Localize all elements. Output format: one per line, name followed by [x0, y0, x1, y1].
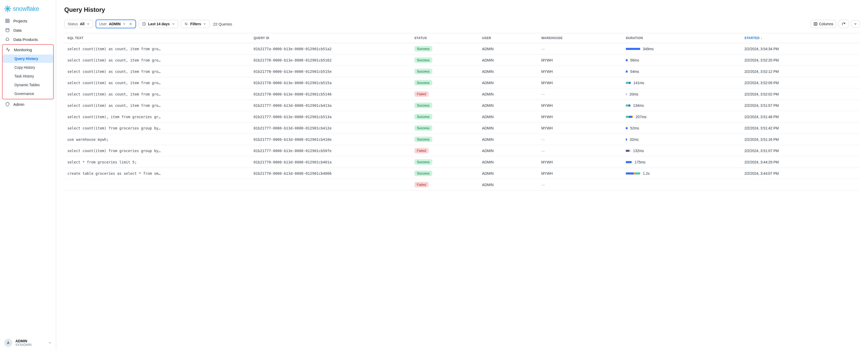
svg-point-13 — [185, 23, 186, 24]
sidebar-item-governance[interactable]: Governance — [3, 90, 53, 98]
cell-queryid: 01b21778-0000-b13e-0000-012901cb515e — [250, 66, 411, 77]
sidebar-item-data-products[interactable]: Data Products — [2, 35, 54, 44]
user-footer[interactable]: A ADMIN SYSADMIN — [0, 336, 56, 350]
cell-sql: select count(item) as count, item from g… — [64, 100, 250, 111]
cell-started: 2/2/2024, 3:52:09 PM — [741, 77, 860, 89]
svg-rect-5 — [8, 19, 9, 20]
cell-user: ADMIN — [479, 179, 538, 191]
duration-text: 132ms — [633, 149, 644, 153]
status-badge: Success — [414, 69, 432, 74]
table-row[interactable]: select count(item) as count, item from g… — [64, 55, 860, 66]
cell-duration: 56ms — [623, 55, 741, 66]
cell-warehouse: MYWH — [538, 168, 623, 179]
cell-user: ADMIN — [479, 43, 538, 55]
table-row[interactable]: use warehouse mywh;01b21777-0000-b13d-00… — [64, 134, 860, 145]
filter-value: Last 14 days — [148, 22, 170, 26]
cell-duration: 349ms — [623, 43, 741, 55]
sidebar-item-label: Data Products — [13, 37, 38, 42]
sidebar-item-admin[interactable]: Admin — [2, 100, 54, 109]
chevron-down-icon — [123, 22, 126, 26]
cell-started: 2/2/2024, 3:52:12 PM — [741, 66, 860, 77]
cell-sql: select count(item) as count, item from g… — [64, 43, 250, 55]
table-row[interactable]: create table groceries as select * from … — [64, 168, 860, 179]
columns-icon — [813, 22, 817, 26]
table-row[interactable]: select count(item) from groceries group … — [64, 122, 860, 134]
duration-text: 32ms — [630, 138, 639, 142]
cell-queryid: 01b21778-0000-b13e-0000-012901cb5162 — [250, 55, 411, 66]
columns-button[interactable]: Columns — [811, 20, 836, 28]
cell-duration: 141ms — [623, 77, 741, 89]
table-row[interactable]: select * from groceries limit 5;01b21770… — [64, 156, 860, 168]
col-queryid[interactable]: QUERY ID — [250, 33, 411, 43]
status-badge: Success — [414, 171, 432, 176]
filter-more[interactable]: Filters — [181, 20, 210, 28]
cell-sql — [64, 179, 250, 191]
filter-user[interactable]: User ADMIN — [96, 20, 136, 28]
col-warehouse[interactable]: WAREHOUSE — [538, 33, 623, 43]
col-user[interactable]: USER — [479, 33, 538, 43]
duration-bar — [626, 150, 630, 152]
duration-text: 20ms — [629, 92, 638, 96]
table-row[interactable]: select count(item), item from groceries … — [64, 111, 860, 122]
cell-warehouse: — — [538, 145, 623, 156]
cell-started: 2/2/2024, 3:51:07 PM — [741, 145, 860, 156]
sidebar-item-task-history[interactable]: Task History — [3, 72, 53, 80]
cell-warehouse: MYWH — [538, 66, 623, 77]
col-duration[interactable]: DURATION — [623, 33, 741, 43]
cell-warehouse: — — [538, 134, 623, 145]
sidebar-item-monitoring[interactable]: Monitoring — [3, 45, 53, 54]
chevron-down-icon — [203, 22, 206, 26]
table-row[interactable]: select count(item) from groceries group … — [64, 145, 860, 156]
cell-queryid: 01b21777-0000-b13e-0000-012901cb50fe — [250, 145, 411, 156]
logo[interactable]: snowflake — [0, 3, 56, 17]
refresh-button[interactable] — [839, 20, 848, 28]
table-row[interactable]: select count(item) as count, item from g… — [64, 100, 860, 111]
col-status[interactable]: STATUS — [411, 33, 479, 43]
monitoring-nav-group: Monitoring Query History Copy History Ta… — [2, 44, 54, 99]
more-button[interactable] — [851, 20, 860, 28]
cell-duration — [623, 179, 741, 191]
sidebar-item-data[interactable]: Data — [2, 26, 54, 34]
col-started[interactable]: STARTED↓ — [741, 33, 860, 43]
close-icon[interactable] — [129, 22, 132, 26]
cell-warehouse: — — [538, 89, 623, 100]
filter-status[interactable]: Status All — [64, 20, 93, 28]
cell-duration: 54ms — [623, 66, 741, 77]
col-sql[interactable]: SQL TEXT — [64, 33, 250, 43]
cell-user: ADMIN — [479, 168, 538, 179]
cell-status: Success — [411, 77, 479, 89]
cell-sql: select * from groceries limit 5; — [64, 156, 250, 168]
duration-bar — [626, 82, 631, 84]
cell-user: ADMIN — [479, 134, 538, 145]
chevron-up-icon — [48, 341, 52, 345]
table-row[interactable]: select count(item) as count, item from g… — [64, 66, 860, 77]
sidebar-item-query-history[interactable]: Query History — [3, 55, 53, 63]
filter-value: ADMIN — [109, 22, 121, 26]
user-name: ADMIN — [16, 339, 45, 343]
cell-user: ADMIN — [479, 156, 538, 168]
duration-text: 349ms — [643, 47, 654, 51]
sidebar-item-dynamic-tables[interactable]: Dynamic Tables — [3, 81, 53, 89]
table-row[interactable]: select count(item) as count, item from g… — [64, 77, 860, 89]
table-row[interactable]: FailedADMIN— — [64, 179, 860, 191]
cell-queryid: 01b21777-0000-b13d-0000-012901cb412e — [250, 122, 411, 134]
cell-sql: select count(item), item from groceries … — [64, 111, 250, 122]
refresh-icon — [841, 22, 846, 26]
cell-sql: select count(item) as count, item from g… — [64, 55, 250, 66]
filter-value: Filters — [190, 22, 201, 26]
filter-timerange[interactable]: Last 14 days — [138, 20, 178, 28]
duration-text: 1.2s — [643, 171, 649, 176]
cell-status: Success — [411, 168, 479, 179]
sidebar-item-projects[interactable]: Projects — [2, 17, 54, 25]
cell-started: 2/2/2024, 3:44:29 PM — [741, 156, 860, 168]
cell-user: ADMIN — [479, 89, 538, 100]
cell-started: 2/2/2024, 3:44:07 PM — [741, 168, 860, 179]
cell-started: 2/2/2024, 3:51:48 PM — [741, 111, 860, 122]
status-badge: Failed — [414, 182, 429, 187]
cell-started: 2/2/2024, 3:54:34 PM — [741, 43, 860, 55]
chevron-down-icon — [87, 22, 90, 26]
table-row[interactable]: select count(item) as count, item from g… — [64, 43, 860, 55]
sidebar-item-copy-history[interactable]: Copy History — [3, 63, 53, 71]
table-row[interactable]: select count(item) as count, item from g… — [64, 89, 860, 100]
cell-user: ADMIN — [479, 145, 538, 156]
